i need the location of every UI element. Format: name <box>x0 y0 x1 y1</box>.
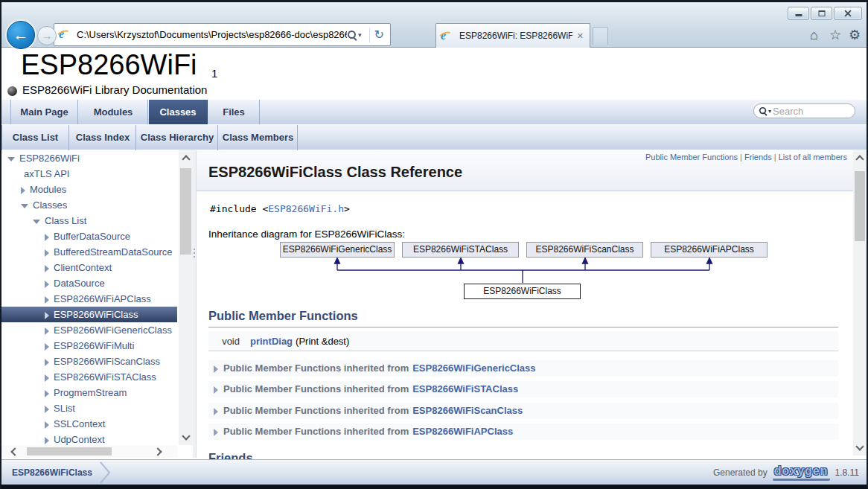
tree-item-esp8266wificlass-selected[interactable]: ESP8266WiFiClass <box>1 307 177 322</box>
include-file-link[interactable]: ESP8266WiFi.h <box>268 203 344 214</box>
scroll-up-icon[interactable] <box>182 155 190 163</box>
tree-collapsed-icon[interactable] <box>45 390 49 397</box>
tree-item-esp8266wifimulti[interactable]: ESP8266WiFiMulti <box>1 338 177 354</box>
search-icon[interactable] <box>347 30 357 40</box>
navpath-footer: ESP8266WiFiClass Generated by doxygen 1.… <box>1 459 867 485</box>
inherited-class-link[interactable]: ESP8266WiFiAPClass <box>412 426 513 437</box>
inherited-class-link[interactable]: ESP8266WiFiScanClass <box>412 405 523 416</box>
address-bar[interactable]: e C:\Users\Krzysztof\Documents\Projects\… <box>54 23 391 46</box>
back-button[interactable]: ← <box>7 21 35 49</box>
new-tab-button[interactable] <box>593 27 608 45</box>
member-name-link[interactable]: printDiag <box>250 336 293 347</box>
page-viewport: ESP8266WiFi 1 ESP8266WiFi Library Docume… <box>1 48 867 485</box>
tree-item-esp8266wifiscanclass[interactable]: ESP8266WiFiScanClass <box>1 354 177 369</box>
tab-title: ESP8266WiFi: ESP8266WiFi... <box>459 31 572 41</box>
tab-modules[interactable]: Modules <box>79 100 148 125</box>
tree-item-datasource[interactable]: DataSource <box>1 275 177 291</box>
sidebar-vertical-scrollbar[interactable] <box>179 150 193 445</box>
tree-collapsed-icon[interactable] <box>45 249 49 257</box>
inherited-section-staclass[interactable]: Public Member Functions inherited fromES… <box>208 381 838 397</box>
tree-item-esp8266wifigenericclass[interactable]: ESP8266WiFiGenericClass <box>1 322 177 338</box>
diagram-node-apclass[interactable]: ESP8266WiFiAPClass <box>651 242 768 258</box>
tree-collapsed-icon[interactable] <box>45 296 49 304</box>
tree-item-esp8266wifiapclass[interactable]: ESP8266WiFiAPClass <box>1 291 177 307</box>
link-public-member-functions[interactable]: Public Member Functions <box>645 153 738 162</box>
scroll-right-icon[interactable] <box>153 447 162 456</box>
inherited-section-apclass[interactable]: Public Member Functions inherited fromES… <box>208 424 838 440</box>
search-input[interactable] <box>773 106 855 117</box>
tree-collapsed-icon[interactable] <box>45 281 49 288</box>
tree-collapsed-icon[interactable] <box>45 312 49 319</box>
doxygen-logo[interactable]: doxygen <box>773 464 830 481</box>
tree-item-modules[interactable]: Modules <box>1 182 177 197</box>
browser-tab[interactable]: e ESP8266WiFi: ESP8266WiFi... ✕ <box>435 23 590 48</box>
diagram-node-scanclass[interactable]: ESP8266WiFiScanClass <box>526 242 643 258</box>
tab-class-members[interactable]: Class Members <box>219 125 298 150</box>
tree-collapsed-icon[interactable] <box>45 374 49 382</box>
sidebar-hscrollbar-thumb[interactable] <box>27 447 112 456</box>
link-list-of-all-members[interactable]: List of all members <box>779 153 847 162</box>
tree-collapsed-icon[interactable] <box>45 234 49 241</box>
scroll-up-icon[interactable] <box>855 155 864 163</box>
address-url[interactable]: C:\Users\Krzysztof\Documents\Projects\es… <box>77 29 347 40</box>
tree-collapsed-icon[interactable] <box>45 437 49 444</box>
content-scrollbar-thumb[interactable] <box>855 171 865 241</box>
diagram-node-esp8266wificlass[interactable]: ESP8266WiFiClass <box>464 284 581 299</box>
tree-collapsed-icon[interactable] <box>45 343 49 351</box>
tree-collapsed-icon[interactable] <box>45 421 49 429</box>
tree-collapsed-icon[interactable] <box>45 406 49 413</box>
tab-files[interactable]: Files <box>208 100 260 125</box>
tree-item-class-list[interactable]: Class List <box>1 213 177 228</box>
scroll-down-icon[interactable] <box>855 442 864 450</box>
refresh-icon[interactable]: ↻ <box>374 28 384 42</box>
inherited-class-link[interactable]: ESP8266WiFiGenericClass <box>412 362 535 374</box>
search-filter-caret-icon[interactable]: ▾ <box>768 108 771 115</box>
tab-classes[interactable]: Classes <box>149 100 208 125</box>
tree-expanded-icon[interactable] <box>7 157 15 162</box>
inherited-class-link[interactable]: ESP8266WiFiSTAClass <box>412 383 518 394</box>
tree-item-sslcontext[interactable]: SSLContext <box>1 416 177 432</box>
tree-item-bufferedstreamdatasource[interactable]: BufferedStreamDataSource <box>1 244 177 260</box>
tree-item-clientcontext[interactable]: ClientContext <box>1 260 177 275</box>
inherited-section-genericclass[interactable]: Public Member Functions inherited fromES… <box>208 360 838 377</box>
tree-item-bufferdatasource[interactable]: BufferDataSource <box>1 228 177 244</box>
settings-gear-icon[interactable]: ⚙ <box>849 27 861 43</box>
tree-item-esp8266wifistaclass[interactable]: ESP8266WiFiSTAClass <box>1 369 177 385</box>
tab-class-index[interactable]: Class Index <box>70 125 136 150</box>
link-friends[interactable]: Friends <box>744 153 772 162</box>
sidebar-scrollbar-thumb[interactable] <box>180 168 191 255</box>
include-directive: #include <ESP8266WiFi.h> <box>210 203 350 214</box>
tree-expanded-icon[interactable] <box>33 220 40 224</box>
scroll-left-icon[interactable] <box>10 447 19 456</box>
tree-item-progmemstream[interactable]: ProgmemStream <box>1 385 177 400</box>
tree-item-axtls-api[interactable]: axTLS API <box>1 166 177 182</box>
navpath-esp8266wificlass[interactable]: ESP8266WiFiClass <box>12 467 92 478</box>
forward-button[interactable]: → <box>37 26 57 45</box>
tree-item-udpcontext[interactable]: UdpContext <box>1 432 177 447</box>
scroll-down-icon[interactable] <box>182 432 190 440</box>
favorites-star-icon[interactable]: ☆ <box>829 27 841 43</box>
tree-collapsed-icon[interactable] <box>45 327 49 335</box>
diagram-node-staclass[interactable]: ESP8266WiFiSTAClass <box>402 242 519 258</box>
minimize-button[interactable] <box>788 7 809 20</box>
tree-collapsed-icon[interactable] <box>45 265 49 272</box>
tab-main-page[interactable]: Main Page <box>10 100 78 125</box>
inherited-section-scanclass[interactable]: Public Member Functions inherited fromES… <box>208 403 838 419</box>
tab-close-icon[interactable]: ✕ <box>577 31 584 41</box>
close-button[interactable] <box>834 7 862 20</box>
content-vertical-scrollbar[interactable] <box>853 150 867 456</box>
tree-item-classes[interactable]: Classes <box>1 197 177 213</box>
maximize-button[interactable] <box>811 7 832 20</box>
tree-collapsed-icon[interactable] <box>21 187 25 194</box>
diagram-node-genericclass[interactable]: ESP8266WiFiGenericClass <box>280 242 395 258</box>
tab-class-list[interactable]: Class List <box>1 125 69 150</box>
search-dropdown-caret-icon[interactable]: ▾ <box>358 31 362 39</box>
sidebar-horizontal-scrollbar[interactable] <box>1 445 177 458</box>
tree-item-slist[interactable]: SList <box>1 400 177 416</box>
home-icon[interactable]: ⌂ <box>810 27 818 43</box>
tree-item-esp8266wifi[interactable]: ESP8266WiFi <box>1 150 177 166</box>
tree-collapsed-icon[interactable] <box>45 359 49 366</box>
tab-class-hierarchy[interactable]: Class Hierarchy <box>137 125 218 150</box>
search-box[interactable]: ▾ <box>753 103 855 118</box>
tree-expanded-icon[interactable] <box>21 204 28 208</box>
